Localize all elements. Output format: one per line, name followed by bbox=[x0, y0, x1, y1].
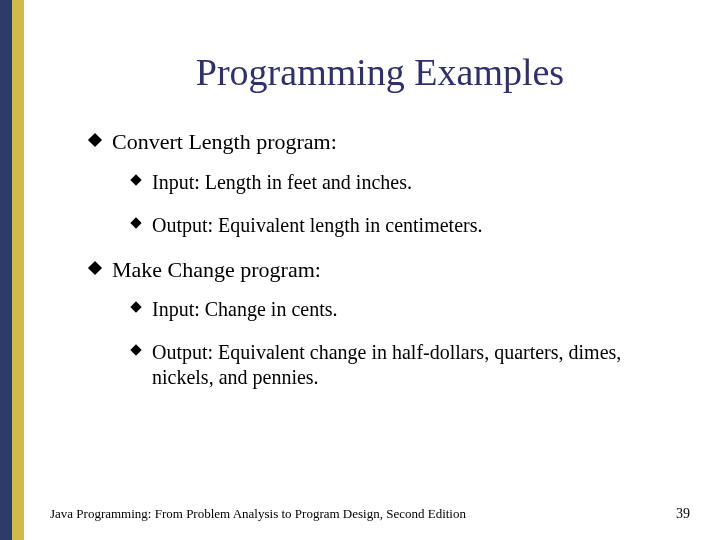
side-accent-stripes bbox=[0, 0, 40, 540]
bullet-level2: Output: Equivalent length in centimeters… bbox=[132, 213, 670, 238]
bullet-level2: Input: Change in cents. bbox=[132, 297, 670, 322]
bullet-list: Convert Length program: Input: Length in… bbox=[90, 128, 670, 390]
bullet-level1: Convert Length program: Input: Length in… bbox=[90, 128, 670, 238]
sub-bullet-list: Input: Length in feet and inches. Output… bbox=[112, 170, 670, 238]
stripe-navy bbox=[0, 0, 12, 540]
bullet-level1: Make Change program: Input: Change in ce… bbox=[90, 256, 670, 391]
bullet-level2: Output: Equivalent change in half-dollar… bbox=[132, 340, 670, 390]
stripe-white bbox=[24, 0, 40, 540]
slide-footer: Java Programming: From Problem Analysis … bbox=[50, 506, 690, 522]
bullet-text: Make Change program: bbox=[112, 257, 321, 282]
slide-body: Programming Examples Convert Length prog… bbox=[40, 0, 720, 540]
sub-bullet-list: Input: Change in cents. Output: Equivale… bbox=[112, 297, 670, 390]
page-number: 39 bbox=[676, 506, 690, 522]
slide-title: Programming Examples bbox=[90, 50, 670, 94]
footer-source: Java Programming: From Problem Analysis … bbox=[50, 506, 466, 522]
bullet-text: Convert Length program: bbox=[112, 129, 337, 154]
stripe-gold bbox=[12, 0, 24, 540]
bullet-level2: Input: Length in feet and inches. bbox=[132, 170, 670, 195]
